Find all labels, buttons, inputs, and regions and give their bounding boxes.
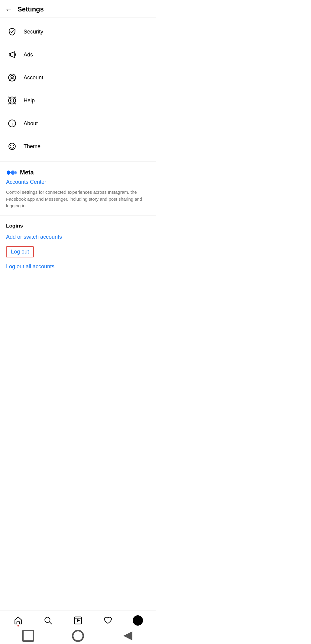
back-button[interactable]: ← [5,5,13,13]
svg-point-6 [11,99,14,102]
logout-button-wrapper: Log out [6,246,34,257]
svg-point-18 [13,147,14,148]
meta-logo-icon [6,169,18,176]
svg-point-4 [11,75,14,78]
meta-accounts-section: Meta Accounts Center Control settings fo… [0,163,156,214]
megaphone-icon [6,49,18,61]
security-label: Security [24,29,43,35]
page-title: Settings [18,5,44,13]
section-divider [0,161,156,162]
meta-logo-text: Meta [20,169,34,176]
account-circle-icon [6,72,18,84]
meta-logo-row: Meta [6,169,150,176]
logout-all-accounts-link[interactable]: Log out all accounts [6,263,150,270]
svg-point-19 [11,148,12,149]
info-circle-icon [6,117,18,129]
ads-label: Ads [24,52,33,58]
svg-point-13 [12,122,12,122]
menu-item-theme[interactable]: Theme [0,135,156,158]
theme-label: Theme [24,143,40,150]
logout-button[interactable]: Log out [6,246,34,257]
svg-point-17 [10,147,11,148]
accounts-center-link[interactable]: Accounts Center [6,179,150,185]
add-switch-accounts-link[interactable]: Add or switch accounts [6,234,150,240]
menu-item-about[interactable]: About [0,112,156,135]
settings-menu: Security Ads Account [0,18,156,160]
lifebuoy-icon [6,94,18,107]
menu-item-help[interactable]: Help [0,89,156,112]
settings-header: ← Settings [0,0,156,18]
palette-icon [6,140,18,152]
logins-divider [0,215,156,216]
shield-check-icon [6,26,18,38]
logins-section: Logins Add or switch accounts Log out Lo… [0,217,156,270]
accounts-center-description: Control settings for connected experienc… [6,189,150,209]
account-label: Account [24,75,43,81]
menu-item-security[interactable]: Security [0,20,156,43]
svg-point-15 [10,145,11,146]
menu-item-ads[interactable]: Ads [0,43,156,66]
svg-point-16 [13,145,14,146]
help-label: Help [24,97,35,104]
logins-title: Logins [6,223,150,229]
about-label: About [24,120,38,127]
menu-item-account[interactable]: Account [0,66,156,89]
